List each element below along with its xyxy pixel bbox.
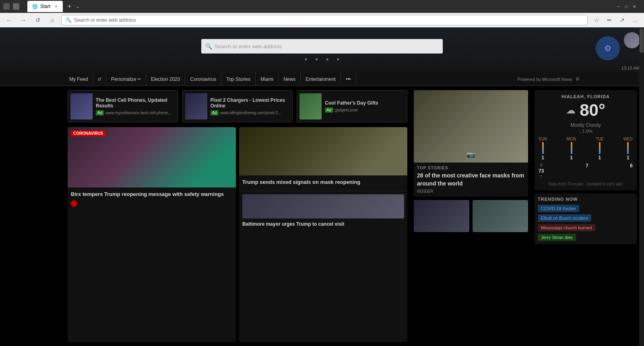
weather-main: ☁ 80°	[539, 101, 633, 120]
share-button[interactable]: ↗	[617, 14, 628, 26]
new-tab-button[interactable]: +	[64, 2, 74, 11]
weather-card: HIALEAH, FLORIDA ☁ 80° Mostly Cloudy ↓ 1…	[535, 90, 637, 190]
maximize-button[interactable]: □	[623, 3, 630, 10]
address-bar[interactable]: 🔍 Search or enter web address	[61, 15, 588, 25]
hero-link-2[interactable]: ●	[315, 57, 318, 62]
hero-search-area: 🔍 Search or enter web address ● ● ● ●	[0, 39, 644, 62]
browser-title-bar: 🌐 Start ✕ + ⌄ ─ □ ✕	[0, 0, 644, 13]
trending-tag-jerry[interactable]: Jerry Sloan dies	[538, 234, 576, 241]
ad-badge-1: Ad	[96, 110, 104, 115]
nav-settings-icon[interactable]: ⚙	[576, 76, 580, 82]
top-story-body: TOP STORIES 28 of the most creative face…	[414, 163, 528, 197]
favorites-button[interactable]: ☆	[591, 14, 602, 26]
nav-item-coronavirus[interactable]: Coronavirus	[185, 72, 221, 86]
scrollbar-thumb[interactable]	[640, 29, 644, 53]
trending-card: TRENDING NOW COVID-19 tracker Elliott on…	[535, 194, 637, 244]
news-card-birx[interactable]: CORONAVIRUS Birx tempers Trump reopening…	[68, 127, 236, 342]
center-content: The Best Cell Phones, Updated Results Ad…	[64, 86, 411, 346]
noise-overlay-bottom-1	[414, 200, 469, 232]
noise-overlay-bottom-2	[473, 200, 528, 232]
top-story-card[interactable]: 📷 TOP STORIES 28 of the most creative fa…	[414, 90, 528, 197]
nav-label-top-stories: Top Stories	[226, 76, 250, 82]
user-avatar[interactable]	[624, 32, 640, 48]
trending-tag-elliott[interactable]: Elliott on Busch incident	[538, 214, 591, 222]
weather-source: Data from Forecast · Updated 6 mins ago	[539, 182, 633, 186]
app-icon	[3, 3, 10, 10]
bottom-story-card-1[interactable]	[414, 200, 469, 232]
nav-item-election[interactable]: Election 2020	[146, 72, 186, 86]
ad-url-1: www.mycellservice.best-cell-phone...	[105, 111, 171, 115]
nav-right: Powered by Microsoft News ⚙	[518, 76, 580, 82]
hero-link-4[interactable]: ●	[337, 57, 340, 62]
top-story-title: 28 of the most creative face masks from …	[417, 172, 525, 187]
web-note-button[interactable]: ✏	[604, 14, 615, 26]
nav-item-miami[interactable]: Miami	[256, 72, 279, 86]
ad-url-2: www.ellingtonthereg.com/pixel-2...	[220, 111, 281, 115]
home-button[interactable]: ⌂	[47, 14, 58, 26]
news-img-trump	[239, 127, 407, 175]
forecast-bar-wed	[627, 142, 629, 154]
tab-favicon: 🌐	[32, 4, 38, 9]
window-controls: ─ □ ✕	[615, 3, 638, 10]
far-right-panel: HIALEAH, FLORIDA ☁ 80° Mostly Cloudy ↓ 1…	[531, 86, 640, 346]
hero-link-3[interactable]: ●	[326, 57, 329, 62]
main-content: The Best Cell Phones, Updated Results Ad…	[0, 86, 644, 346]
tab-close-button[interactable]: ✕	[54, 4, 58, 9]
forecast-day-extra1: 7	[586, 163, 588, 179]
hero-link-1[interactable]: ●	[305, 57, 308, 62]
forecast-day-wed: WED 1	[623, 137, 633, 161]
minimize-button[interactable]: ─	[615, 3, 621, 10]
tab-label: Start	[40, 4, 50, 9]
address-bar-text: Search or enter web address	[74, 17, 136, 23]
hero-search-box[interactable]: 🔍 Search or enter web address	[201, 39, 443, 54]
noise-overlay-trump	[239, 127, 407, 175]
nav-item-more[interactable]: •••	[341, 72, 356, 86]
news-body-baltimore: Baltimore mayor urges Trump to cancel vi…	[239, 191, 407, 233]
close-button[interactable]: ✕	[631, 3, 638, 10]
nav-item-feed[interactable]: My Feed	[64, 72, 93, 86]
forecast-bar-sun	[542, 142, 544, 154]
ad-card-1[interactable]: The Best Cell Phones, Updated Results Ad…	[68, 90, 178, 122]
nav-item-personalize[interactable]: Personalize ✏	[106, 72, 146, 86]
ad-card-2[interactable]: Pixel 2 Chargers - Lowest Prices Online …	[182, 90, 293, 122]
news-img-birx: CORONAVIRUS	[68, 127, 236, 187]
trending-tag-mississippi[interactable]: Mississippi church burned	[538, 224, 595, 231]
ad-row: The Best Cell Phones, Updated Results Ad…	[68, 90, 407, 122]
nav-powered-by: Powered by Microsoft News	[518, 77, 572, 82]
ad-title-1: The Best Cell Phones, Updated Results	[96, 97, 175, 109]
bottom-story-card-2[interactable]	[473, 200, 528, 232]
scrollbar-track[interactable]	[639, 28, 644, 346]
news-body-trump: Trump sends mixed signals on mask reopen…	[239, 175, 407, 191]
nav-item-reddit[interactable]: r/	[93, 72, 106, 86]
news-title-baltimore: Baltimore mayor urges Trump to cancel vi…	[242, 221, 404, 228]
nav-label-election: Election 2020	[151, 76, 180, 82]
nav-item-news[interactable]: News	[279, 72, 301, 86]
trending-tag-covid[interactable]: COVID-19 tracker	[538, 205, 579, 212]
menu-button[interactable]: …	[630, 14, 641, 26]
nav-label-entertainment: Entertainment	[305, 76, 336, 82]
tab-list-btn[interactable]: ⌄	[76, 4, 80, 9]
nav-label-more: •••	[346, 76, 351, 82]
ad-text-3: Cool Father's Day Gifts Ad gadgets.post	[325, 100, 405, 113]
nav-label-miami: Miami	[260, 76, 273, 82]
nav-item-top-stories[interactable]: Top Stories	[221, 72, 256, 86]
news-img-baltimore	[242, 194, 404, 218]
ad-image-2	[185, 93, 207, 119]
ad-card-3[interactable]: Cool Father's Day Gifts Ad gadgets.post	[297, 90, 407, 122]
hero-time: 10:15 AM	[621, 66, 640, 70]
forecast-bar-mon	[571, 142, 572, 154]
active-tab[interactable]: 🌐 Start ✕	[27, 1, 63, 12]
forward-button[interactable]: →	[18, 14, 29, 26]
weather-location: HIALEAH, FLORIDA	[539, 94, 633, 99]
back-button[interactable]: ←	[3, 14, 14, 26]
toolbar-right: ☆ ✏ ↗ …	[591, 14, 641, 26]
news-card-trump[interactable]: Trump sends mixed signals on mask reopen…	[239, 127, 407, 342]
hero-links: ● ● ● ●	[305, 57, 340, 62]
refresh-button[interactable]: ↺	[32, 14, 43, 26]
news-grid: CORONAVIRUS Birx tempers Trump reopening…	[68, 127, 407, 342]
nav-item-entertainment[interactable]: Entertainment	[301, 72, 341, 86]
ad-image-1	[70, 93, 93, 119]
ad-badge-2: Ad	[211, 110, 219, 115]
news-body-birx: Birx tempers Trump reopening message wit…	[68, 187, 236, 212]
news-tag-coronavirus: CORONAVIRUS	[71, 130, 105, 136]
